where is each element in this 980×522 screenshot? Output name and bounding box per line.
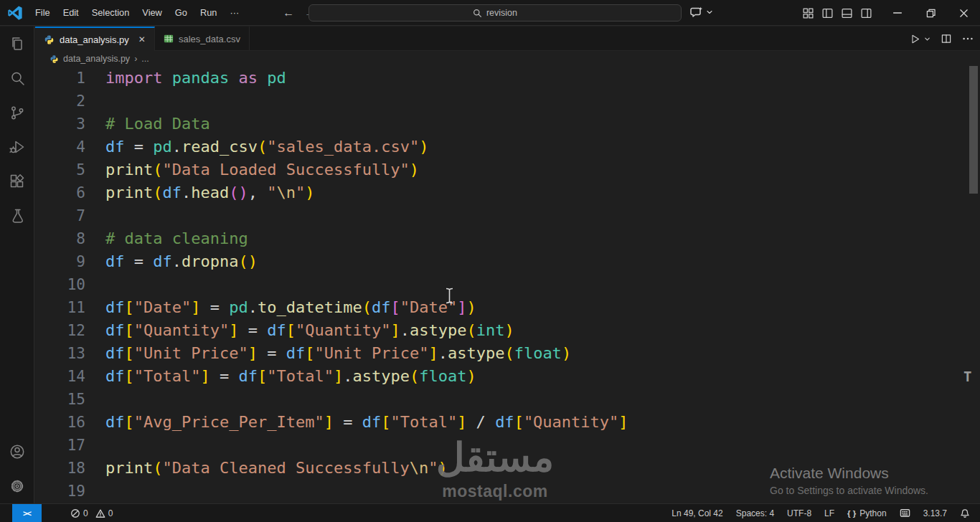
status-eol[interactable]: LF	[824, 508, 834, 518]
line-number[interactable]: 5	[35, 158, 85, 181]
close-tab-icon[interactable]: ✕	[138, 34, 146, 44]
breadcrumb[interactable]: data_analysis.py › ...	[35, 51, 980, 67]
problems-status[interactable]: 0 0	[70, 508, 113, 518]
line-number[interactable]: 11	[35, 296, 85, 319]
customize-layout-icon[interactable]	[802, 7, 814, 19]
code-line-text[interactable]	[85, 388, 105, 411]
code-line-text[interactable]: # Load Data	[85, 113, 210, 136]
code-line-text[interactable]: import pandas as pd	[85, 67, 286, 90]
line-number[interactable]: 1	[35, 67, 85, 90]
line-number[interactable]: 2	[35, 90, 85, 113]
copilot-icon[interactable]	[689, 5, 704, 19]
code-line-text[interactable]: df["Quantity"] = df["Quantity"].astype(i…	[85, 319, 514, 342]
toggle-panel-icon[interactable]	[841, 7, 853, 19]
toggle-secondary-sidebar-icon[interactable]	[860, 7, 872, 19]
source-control-icon[interactable]	[0, 95, 34, 130]
code-line-text[interactable]: # data cleaning	[85, 227, 248, 250]
line-number[interactable]: 4	[35, 136, 85, 158]
menu-item-file[interactable]: File	[29, 4, 57, 21]
search-icon[interactable]	[0, 61, 34, 95]
tab-sales-data-csv[interactable]: sales_data.csv	[155, 27, 250, 51]
line-number[interactable]: 13	[35, 342, 85, 365]
editor-scrollbar-thumb[interactable]	[969, 66, 978, 194]
code-line-text[interactable]: print(df.head(), "\n")	[85, 181, 314, 204]
minimize-button[interactable]	[881, 0, 914, 26]
toggle-primary-sidebar-icon[interactable]	[821, 7, 834, 19]
explorer-icon[interactable]	[0, 27, 34, 61]
line-number[interactable]: 9	[35, 250, 85, 273]
code-line-text[interactable]: df["Avg_Price_Per_Item"] = df["Total"] /…	[85, 411, 628, 434]
split-editor-icon[interactable]	[941, 33, 952, 44]
line-number[interactable]: 16	[35, 411, 85, 434]
extensions-icon[interactable]	[0, 164, 34, 199]
restore-button[interactable]	[914, 0, 947, 26]
menu-item-[interactable]: ···	[223, 4, 245, 21]
line-number[interactable]: 19	[35, 480, 85, 503]
code-line[interactable]: 16df["Avg_Price_Per_Item"] = df["Total"]…	[35, 411, 980, 434]
line-number[interactable]: 6	[35, 181, 85, 204]
code-line-text[interactable]	[85, 90, 105, 113]
settings-gear-icon[interactable]	[0, 469, 34, 503]
close-window-button[interactable]	[947, 0, 980, 26]
chevron-down-icon[interactable]	[705, 8, 714, 16]
breadcrumb-more[interactable]: ...	[141, 54, 149, 64]
menu-item-go[interactable]: Go	[169, 4, 194, 21]
code-line-text[interactable]	[85, 480, 105, 503]
run-and-debug-icon[interactable]	[0, 130, 34, 164]
code-line[interactable]: 7	[35, 204, 980, 227]
code-line-text[interactable]: df["Unit Price"] = df["Unit Price"].asty…	[85, 342, 571, 365]
code-line[interactable]: 12df["Quantity"] = df["Quantity"].astype…	[35, 319, 980, 342]
command-center-search[interactable]: revision	[308, 4, 682, 22]
run-python-file-icon[interactable]	[909, 33, 921, 45]
run-dropdown-chevron-icon[interactable]	[923, 35, 931, 43]
code-line[interactable]: 11df["Date"] = pd.to_datetime(df["Date"]…	[35, 296, 980, 319]
tab-data-analysis-py[interactable]: data_analysis.py ✕	[35, 27, 155, 51]
code-line[interactable]: 15	[35, 388, 980, 411]
line-number[interactable]: 15	[35, 388, 85, 411]
menu-item-view[interactable]: View	[136, 4, 169, 21]
status-encoding[interactable]: UTF-8	[787, 508, 811, 518]
status-notifications[interactable]	[960, 508, 970, 518]
line-number[interactable]: 14	[35, 365, 85, 388]
code-line-text[interactable]: print("Data Cleaned Successfully\n")	[85, 457, 448, 480]
code-line[interactable]: 10	[35, 273, 980, 296]
code-line-text[interactable]: df = pd.read_csv("sales_data.csv")	[85, 136, 428, 158]
code-line[interactable]: 3# Load Data	[35, 113, 980, 136]
line-number[interactable]: 7	[35, 204, 85, 227]
menu-item-run[interactable]: Run	[194, 4, 223, 21]
line-number[interactable]: 12	[35, 319, 85, 342]
line-number[interactable]: 10	[35, 273, 85, 296]
code-line[interactable]: 5print("Data Loaded Successfully")	[35, 158, 980, 181]
testing-icon[interactable]	[0, 199, 34, 233]
history-back-icon[interactable]: ←	[283, 6, 294, 19]
menu-item-selection[interactable]: Selection	[85, 4, 136, 21]
code-line[interactable]: 4df = pd.read_csv("sales_data.csv")	[35, 136, 980, 158]
code-line[interactable]: 13df["Unit Price"] = df["Unit Price"].as…	[35, 342, 980, 365]
line-number[interactable]: 18	[35, 457, 85, 480]
code-line-text[interactable]	[85, 273, 105, 296]
line-number[interactable]: 17	[35, 434, 85, 457]
code-line[interactable]: 6print(df.head(), "\n")	[35, 181, 980, 204]
menu-item-edit[interactable]: Edit	[57, 4, 85, 21]
more-actions-icon[interactable]	[961, 32, 974, 45]
status-language-mode[interactable]: { }Python	[847, 508, 887, 518]
code-line[interactable]: 9df = df.dropna()	[35, 250, 980, 273]
status-cursor-position[interactable]: Ln 49, Col 42	[672, 508, 722, 518]
line-number[interactable]: 8	[35, 227, 85, 250]
status-python-version[interactable]: 3.13.7	[923, 508, 947, 518]
status-indentation[interactable]: Spaces: 4	[736, 508, 774, 518]
code-line[interactable]: 1import pandas as pd	[35, 67, 980, 90]
remote-indicator[interactable]: ><	[12, 504, 42, 522]
line-number[interactable]: 3	[35, 113, 85, 136]
code-line[interactable]: 2	[35, 90, 980, 113]
status-python-environment[interactable]	[900, 508, 910, 518]
code-line[interactable]: 14df["Total"] = df["Total"].astype(float…	[35, 365, 980, 388]
code-line-text[interactable]	[85, 204, 105, 227]
code-line-text[interactable]: df = df.dropna()	[85, 250, 258, 273]
code-line[interactable]: 8# data cleaning	[35, 227, 980, 250]
breadcrumb-file[interactable]: data_analysis.py	[63, 54, 130, 64]
accounts-icon[interactable]	[0, 435, 34, 469]
code-line-text[interactable]: print("Data Loaded Successfully")	[85, 158, 419, 181]
code-line-text[interactable]	[85, 434, 105, 457]
code-line-text[interactable]: df["Date"] = pd.to_datetime(df["Date"])	[85, 296, 476, 319]
